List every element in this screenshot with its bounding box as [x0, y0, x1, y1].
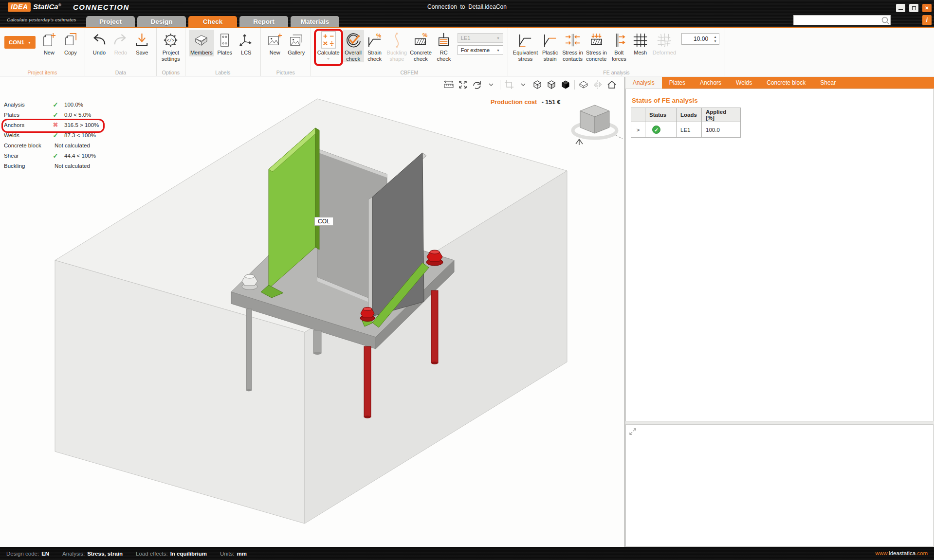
gallery-icon	[287, 30, 306, 50]
cube-solid-icon[interactable]	[560, 79, 571, 90]
expand-icon[interactable]	[629, 428, 637, 435]
svg-text:</>: </>	[167, 38, 175, 43]
ribbon-group-pictures: NewGalleryPictures	[261, 28, 311, 76]
close-button[interactable]: ✕	[922, 4, 932, 12]
row-expander[interactable]: >	[631, 122, 645, 138]
tab-check[interactable]: Check	[188, 16, 237, 27]
tab-report[interactable]: Report	[239, 16, 288, 27]
spinner-arrows-icon[interactable]: ▲▼	[712, 34, 719, 44]
equivalent-stress-icon	[516, 30, 535, 50]
results-tab-analysis[interactable]: Analysis	[625, 77, 662, 89]
check-pass-icon: ✓	[49, 132, 62, 139]
plates-toggle-button[interactable]: Plates	[214, 30, 236, 56]
redo-icon	[111, 30, 130, 50]
minimize-icon	[898, 9, 903, 10]
statusbar-label: Load effects:	[136, 551, 168, 557]
new-picture-button[interactable]: New	[264, 30, 286, 56]
results-tab-shear[interactable]: Shear	[813, 77, 843, 89]
fit-view-icon[interactable]	[458, 79, 468, 90]
load-case-selector-mode[interactable]: For extreme▼	[458, 45, 503, 55]
project-settings-button[interactable]: </>Project settings	[160, 30, 182, 62]
tab-design[interactable]: Design	[137, 16, 186, 27]
ribbon-group-label: Project items	[0, 70, 85, 75]
statusbar-label: Units:	[220, 551, 234, 557]
loads-cell: LE1	[677, 122, 702, 138]
cube-wireframe-icon[interactable]	[532, 79, 543, 90]
fe-table-row[interactable]: >✓LE1100.0	[631, 122, 741, 138]
search-box	[793, 15, 891, 25]
stress-in-concrete-icon	[587, 30, 605, 50]
strain-check-button[interactable]: %Strain check	[364, 30, 385, 62]
overall-check-button[interactable]: Overall check	[343, 30, 364, 62]
overall-check-icon	[344, 30, 363, 50]
lcs-toggle-button[interactable]: LCS	[236, 30, 257, 56]
chevron-down-icon[interactable]	[486, 79, 496, 90]
cube-hidden-line-icon[interactable]	[546, 79, 557, 90]
equivalent-stress-button[interactable]: Equivalent stress	[512, 30, 539, 62]
statusbar-analysis: Analysis:Stress, strain	[62, 551, 123, 557]
results-tab-plates[interactable]: Plates	[662, 77, 693, 89]
maximize-button[interactable]	[909, 4, 918, 12]
concrete-check-icon: %	[411, 30, 430, 50]
clip-view-icon[interactable]	[578, 79, 589, 90]
ribbon-group-label: Pictures	[261, 70, 311, 75]
website-link[interactable]: www.ideastatica.com	[876, 547, 928, 560]
summary-row-buckling[interactable]: BucklingNot calculated	[4, 161, 102, 171]
summary-label: Welds	[4, 132, 49, 138]
measure-icon[interactable]	[443, 79, 454, 90]
statusbar-label: Design code:	[6, 551, 39, 557]
results-tab-concrete-block[interactable]: Concrete block	[759, 77, 813, 89]
summary-row-welds[interactable]: Welds✓87.3 < 100%	[4, 130, 102, 140]
summary-row-plates[interactable]: Plates✓0.0 < 5.0%	[4, 109, 102, 120]
statusbar-value: mm	[237, 551, 246, 557]
tab-materials[interactable]: Materials	[291, 16, 339, 27]
new-project-item-button[interactable]: New	[38, 30, 60, 56]
navigation-cube[interactable]	[573, 105, 623, 145]
members-toggle-icon	[192, 30, 211, 50]
tab-project[interactable]: Project	[86, 16, 135, 27]
save-button[interactable]: Save	[131, 30, 153, 56]
results-tab-anchors[interactable]: Anchors	[693, 77, 729, 89]
stress-in-concrete-button[interactable]: Stress in concrete	[585, 30, 608, 62]
website-prefix: www.	[876, 550, 889, 556]
results-tab-welds[interactable]: Welds	[729, 77, 759, 89]
undo-button[interactable]: Undo	[89, 30, 110, 56]
3d-viewport[interactable]: Production cost - 151 € Analysis✓100.0%P…	[0, 77, 624, 547]
deformed-scale[interactable]: 10.00▲▼	[681, 33, 719, 45]
gallery-button[interactable]: Gallery	[286, 30, 307, 56]
ribbon-group-cbfem: Calculate⌄Overall check%Strain checkBuck…	[311, 28, 508, 76]
website-name: ideastatica	[889, 550, 916, 556]
check-fail-icon: ✖	[49, 122, 62, 128]
minimize-button[interactable]	[896, 4, 905, 12]
plastic-strain-button[interactable]: Plastic strain	[539, 30, 561, 62]
summary-label: Concrete block	[4, 143, 49, 148]
section-crop-icon[interactable]	[504, 79, 514, 90]
summary-row-shear[interactable]: Shear✓44.4 < 100%	[4, 150, 102, 161]
summary-row-analysis[interactable]: Analysis✓100.0%	[4, 99, 102, 109]
ribbon-group-label: CBFEM	[311, 70, 508, 75]
concrete-check-button[interactable]: %Concrete check	[408, 30, 433, 62]
home-view-icon[interactable]	[606, 79, 617, 90]
members-toggle-button[interactable]: Members	[189, 30, 214, 56]
mirror-view-icon[interactable]	[592, 79, 603, 90]
info-button[interactable]: i	[922, 15, 932, 25]
bolt-forces-button[interactable]: Bolt forces	[608, 30, 630, 62]
summary-row-concrete-block[interactable]: Concrete blockNot calculated	[4, 140, 102, 150]
stress-in-contacts-button[interactable]: Stress in contacts	[561, 30, 585, 62]
calculate-button[interactable]: Calculate⌄	[316, 30, 341, 61]
rc-check-button[interactable]: RC check	[433, 30, 455, 62]
document-title: Connection_to_Detail.ideaCon	[0, 3, 934, 10]
search-input[interactable]	[794, 16, 880, 24]
mesh-toggle-button[interactable]: Mesh	[630, 30, 651, 56]
ribbon: CON1▼NewCopyProject itemsUndoRedoSaveDat…	[0, 28, 934, 76]
connection-selector[interactable]: CON1▼	[4, 36, 36, 49]
summary-row-anchors[interactable]: Anchors✖316.5 > 100%	[4, 120, 102, 130]
title-bar: IDEA StatiCa® CONNECTION Calculate yeste…	[0, 0, 934, 27]
rotate-icon[interactable]	[472, 79, 482, 90]
search-icon[interactable]	[880, 16, 890, 25]
status-pass-icon: ✓	[652, 126, 660, 134]
buckling-shape-button: Buckling shape	[385, 30, 409, 62]
chevron-down-icon[interactable]	[518, 79, 529, 90]
summary-label: Plates	[4, 112, 49, 118]
copy-project-item-button[interactable]: Copy	[60, 30, 81, 56]
